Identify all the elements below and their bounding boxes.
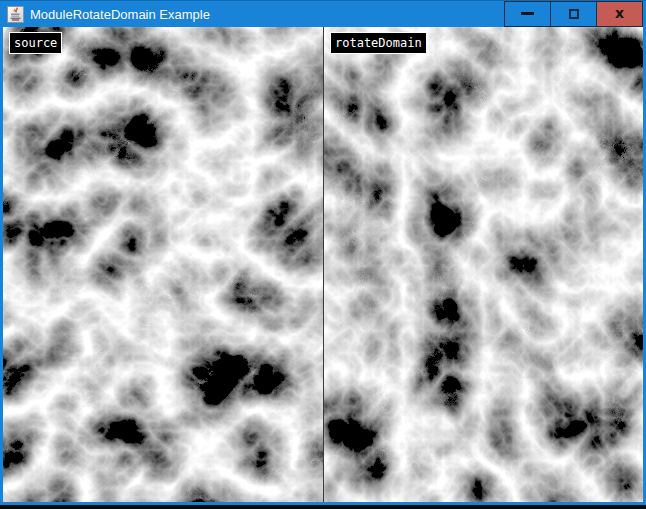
minimize-icon [521,12,534,15]
rotate-domain-image-panel: rotateDomain [323,27,643,502]
window-title: ModuleRotateDomain Example [30,1,210,28]
window-bottom-shadow [0,505,646,509]
close-icon: x [615,6,624,20]
titlebar[interactable]: ModuleRotateDomain Example x [0,0,646,27]
maximize-icon [569,9,579,19]
maximize-button[interactable] [550,1,597,27]
source-image-panel: source [3,27,323,502]
window-controls: x [505,1,643,28]
rotate-domain-noise-image [324,27,643,502]
minimize-button[interactable] [504,1,551,27]
source-noise-image [3,27,323,502]
app-window: ModuleRotateDomain Example x [0,0,646,509]
rotate-domain-label: rotateDomain [330,32,427,54]
java-coffee-cup-icon [7,6,24,23]
source-label: source [9,32,62,54]
content-area: source rotateDomain [0,27,646,505]
close-button[interactable]: x [596,1,643,27]
